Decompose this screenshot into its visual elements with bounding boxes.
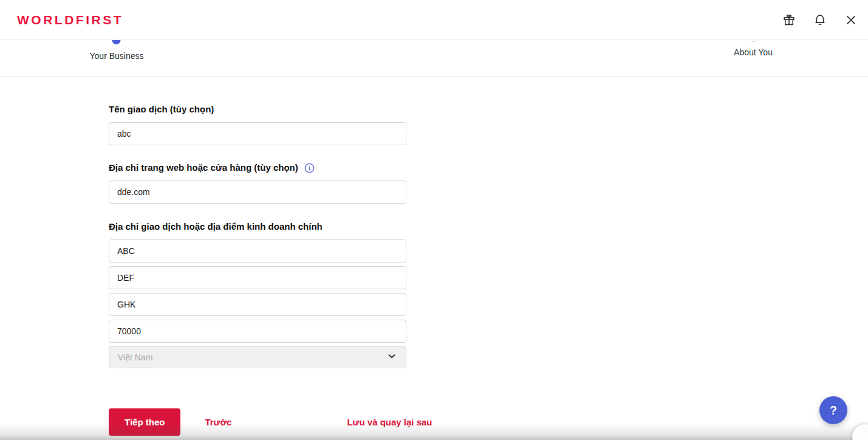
postal-code-input[interactable] xyxy=(109,320,406,343)
website-label: Địa chỉ trang web hoặc cửa hàng (tùy chọ… xyxy=(109,162,868,173)
step-label: Your Business xyxy=(90,51,144,61)
progress-stepper: Your Business About You xyxy=(0,40,868,77)
next-button[interactable]: Tiếp theo xyxy=(109,408,180,436)
step-dot-active xyxy=(112,40,121,44)
step-dot-upcoming xyxy=(750,40,756,42)
address-line3-input[interactable] xyxy=(109,293,406,316)
trading-name-label: Tên giao dịch (tùy chọn) xyxy=(109,104,868,115)
country-select: Việt Nam xyxy=(109,346,406,368)
website-input[interactable] xyxy=(109,180,406,204)
address-line2-input[interactable] xyxy=(109,266,406,289)
header-icon-group xyxy=(782,13,858,27)
step-label: About You xyxy=(734,47,773,57)
stepper-step-your-business: Your Business xyxy=(90,40,144,61)
save-and-return-link[interactable]: Lưu và quay lại sau xyxy=(347,417,432,427)
worldfirst-logo: WORLDFIRST xyxy=(17,13,123,27)
business-address-label: Địa chỉ giao dịch hoặc địa điểm kinh doa… xyxy=(109,221,868,232)
form-content: Tên giao dịch (tùy chọn) Địa chỉ trang w… xyxy=(0,77,868,436)
close-icon[interactable] xyxy=(844,13,858,27)
country-select-value: Việt Nam xyxy=(118,352,152,362)
previous-button[interactable]: Trước xyxy=(205,417,231,427)
form-actions: Tiếp theo Trước Lưu và quay lại sau xyxy=(109,408,868,436)
help-button[interactable]: ? xyxy=(819,396,847,424)
chevron-down-icon xyxy=(386,351,397,364)
stepper-step-about-you: About You xyxy=(734,40,773,57)
app-header: WORLDFIRST xyxy=(0,0,868,40)
bell-icon[interactable] xyxy=(813,13,827,27)
info-icon[interactable] xyxy=(304,163,315,173)
gift-icon[interactable] xyxy=(782,13,796,27)
address-line1-input[interactable] xyxy=(109,239,406,263)
trading-name-input[interactable] xyxy=(109,122,406,145)
